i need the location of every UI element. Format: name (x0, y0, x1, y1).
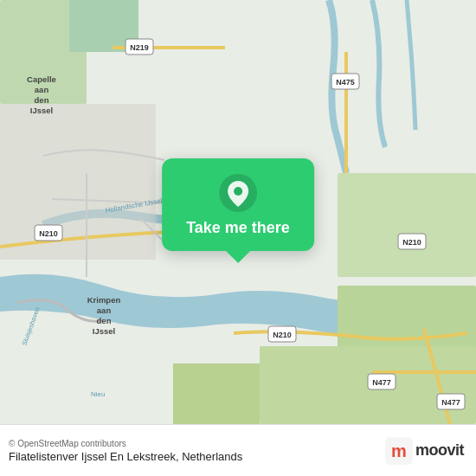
svg-text:m: m (391, 441, 407, 460)
footer-bar: © OpenStreetMap contributors Filateliste… (0, 424, 476, 476)
svg-text:N210: N210 (273, 331, 292, 339)
svg-text:N210: N210 (402, 238, 421, 247)
svg-text:Capelle: Capelle (27, 74, 56, 84)
svg-rect-1 (338, 173, 476, 277)
svg-rect-4 (173, 363, 260, 424)
svg-rect-2 (338, 286, 476, 355)
svg-text:N210: N210 (39, 229, 58, 238)
svg-point-34 (234, 187, 242, 196)
svg-text:aan: aan (97, 306, 112, 315)
svg-text:den: den (97, 316, 112, 325)
svg-text:Krimpen: Krimpen (87, 295, 121, 305)
svg-text:N219: N219 (130, 43, 149, 52)
svg-text:IJssel: IJssel (93, 326, 115, 336)
moovit-logo-icon: m (385, 437, 413, 465)
svg-text:aan: aan (35, 85, 49, 94)
moovit-text: moovit (415, 441, 464, 460)
navigation-popup[interactable]: Take me there (162, 158, 314, 251)
map-attribution: © OpenStreetMap contributors (9, 439, 242, 448)
svg-rect-7 (0, 104, 156, 260)
svg-text:N477: N477 (441, 398, 460, 407)
map-area: N219 N475 N210 N210 N210 N477 N477 Capel… (0, 0, 476, 424)
popup-label: Take me there (186, 219, 290, 237)
location-title: Filatelistenver Ijssel En Lekstreek, Net… (9, 450, 242, 463)
location-pin-icon (219, 174, 257, 212)
footer-info: © OpenStreetMap contributors Filateliste… (9, 439, 242, 463)
svg-text:Nieu: Nieu (91, 390, 105, 398)
svg-text:den: den (35, 95, 49, 105)
svg-text:N475: N475 (336, 78, 355, 87)
moovit-branding: m moovit (385, 437, 464, 465)
svg-text:IJssel: IJssel (30, 106, 53, 115)
svg-text:N477: N477 (372, 378, 391, 387)
